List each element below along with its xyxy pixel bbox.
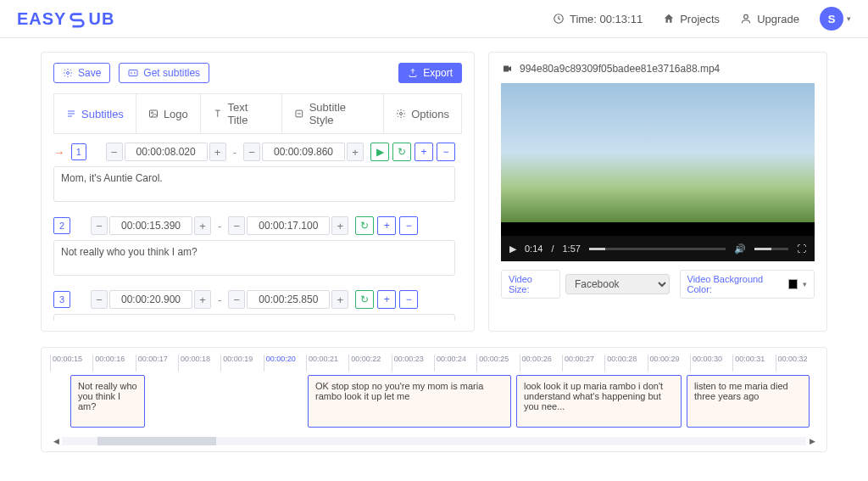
bg-color-label: Video Background Color:: [687, 274, 783, 294]
progress-bar[interactable]: [589, 248, 726, 250]
start-decrement-button[interactable]: −: [91, 216, 108, 235]
tab-subtitles-label: Subtitles: [81, 108, 124, 120]
end-time-input[interactable]: [247, 290, 330, 309]
scrollbar-thumb[interactable]: [97, 437, 216, 445]
scroll-right-icon[interactable]: ▶: [806, 435, 818, 447]
export-button[interactable]: Export: [398, 63, 462, 83]
ruler-tick: 00:00:19: [220, 355, 263, 372]
plus-row-button[interactable]: +: [415, 143, 433, 161]
end-time-input[interactable]: [247, 216, 330, 235]
loop-row-button[interactable]: ↻: [355, 290, 374, 309]
svg-point-2: [67, 72, 70, 75]
tab-logo-label: Logo: [164, 108, 188, 120]
video-size-select[interactable]: Facebook: [565, 274, 670, 294]
editor-panel: Save Get subtitles Export Subtitles Logo: [41, 52, 475, 332]
timeline-clip[interactable]: OK stop stop no you're my mom is maria r…: [308, 375, 511, 428]
end-decrement-button[interactable]: −: [243, 143, 260, 161]
get-subtitles-button[interactable]: Get subtitles: [119, 63, 209, 83]
gear-icon: [63, 68, 73, 78]
svg-rect-3: [129, 70, 137, 76]
start-increment-button[interactable]: +: [194, 216, 211, 235]
time-dash: -: [218, 220, 221, 232]
timeline-clip[interactable]: look look it up maria rambo i don't unde…: [516, 375, 682, 428]
projects-label: Projects: [680, 13, 720, 25]
time-remaining[interactable]: Time: 00:13:11: [553, 13, 643, 25]
end-increment-button[interactable]: +: [347, 143, 364, 161]
time-dash: -: [233, 146, 236, 159]
save-label: Save: [78, 67, 101, 79]
ruler-tick: 00:00:23: [392, 355, 434, 372]
chevron-down-icon: ▾: [847, 14, 851, 23]
loop-row-button[interactable]: ↻: [392, 143, 411, 161]
current-time: 0:14: [525, 243, 542, 254]
volume-icon[interactable]: 🔊: [734, 243, 746, 254]
timeline-scrollbar[interactable]: ◀ ▶: [50, 434, 818, 448]
list-icon: [66, 109, 76, 119]
svg-rect-4: [149, 110, 157, 117]
upgrade-link[interactable]: Upgrade: [740, 13, 799, 25]
filename: 994e80a9c89309f05badee81e3716a88.mp4: [520, 63, 720, 75]
tab-options[interactable]: Options: [384, 94, 461, 133]
start-increment-button[interactable]: +: [194, 290, 211, 309]
tab-subtitle-style[interactable]: Subtitle Style: [282, 94, 384, 133]
start-time-input[interactable]: [109, 216, 192, 235]
end-time-input[interactable]: [262, 143, 345, 161]
subtitle-index[interactable]: 3: [53, 291, 70, 308]
minus-row-button[interactable]: −: [399, 290, 418, 309]
ruler-tick: 00:00:32: [776, 355, 818, 372]
tab-subtitles[interactable]: Subtitles: [54, 94, 136, 133]
play-icon[interactable]: ▶: [509, 243, 516, 254]
timeline-clip[interactable]: Not really who you think I am?: [70, 375, 145, 428]
video-file-icon: [501, 64, 513, 74]
subtitle-index[interactable]: 1: [71, 143, 86, 160]
ruler-tick: 00:00:17: [136, 355, 178, 372]
end-increment-button[interactable]: +: [331, 290, 348, 309]
time-sep: /: [551, 243, 554, 254]
time-text: Time: 00:13:11: [570, 13, 643, 25]
start-decrement-button[interactable]: −: [106, 143, 123, 161]
timeline-ruler[interactable]: 00:00:1500:00:1600:00:1700:00:1800:00:19…: [50, 355, 818, 372]
user-menu[interactable]: S ▾: [820, 7, 851, 31]
start-decrement-button[interactable]: −: [91, 290, 108, 309]
video-size-label: Video Size:: [501, 270, 560, 299]
minus-row-button[interactable]: −: [399, 216, 418, 235]
subtitle-text-input[interactable]: [53, 166, 455, 202]
logo-mark-icon: [68, 9, 86, 28]
color-swatch: [788, 279, 798, 289]
start-time-input[interactable]: [125, 143, 208, 161]
fullscreen-icon[interactable]: ⛶: [797, 243, 806, 254]
projects-link[interactable]: Projects: [663, 13, 720, 25]
tab-logo[interactable]: Logo: [136, 94, 201, 133]
loop-row-button[interactable]: ↻: [355, 216, 374, 235]
save-button[interactable]: Save: [53, 63, 110, 83]
subtitle-text-input[interactable]: [53, 314, 455, 321]
plus-row-button[interactable]: +: [377, 216, 396, 235]
export-label: Export: [423, 67, 453, 79]
video-player[interactable]: ▶ 0:14 / 1:57 🔊 ⛶: [501, 83, 815, 261]
tab-text-title[interactable]: Text Title: [201, 94, 282, 133]
play-row-button[interactable]: ▶: [370, 143, 389, 161]
bg-color-control[interactable]: Video Background Color: ▾: [680, 270, 815, 299]
start-time-input[interactable]: [109, 290, 192, 309]
timeline-clip[interactable]: listen to me maria died three years ago: [687, 375, 810, 428]
ruler-tick: 00:00:25: [476, 355, 519, 372]
tab-options-label: Options: [411, 108, 449, 120]
end-decrement-button[interactable]: −: [228, 290, 245, 309]
scrollbar-track[interactable]: [62, 437, 806, 445]
timeline-track[interactable]: Not really who you think I am?OK stop st…: [50, 372, 818, 434]
timeline-panel: 00:00:1500:00:1600:00:1700:00:1800:00:19…: [41, 347, 827, 452]
file-line: 994e80a9c89309f05badee81e3716a88.mp4: [501, 63, 815, 75]
home-icon: [663, 13, 675, 25]
minus-row-button[interactable]: −: [437, 143, 455, 161]
plus-row-button[interactable]: +: [377, 290, 396, 309]
end-increment-button[interactable]: +: [331, 216, 348, 235]
subtitle-text-input[interactable]: [53, 240, 455, 276]
subtitle-index[interactable]: 2: [53, 217, 70, 234]
end-decrement-button[interactable]: −: [228, 216, 245, 235]
logo: EASY UB: [17, 9, 114, 29]
scroll-left-icon[interactable]: ◀: [50, 435, 62, 447]
volume-slider[interactable]: [754, 248, 788, 250]
svg-point-5: [151, 112, 153, 114]
subtitle-list[interactable]: →1−+-−+▶↻+−2−+-−+↻+−3−+-−+↻+−: [53, 143, 462, 321]
start-increment-button[interactable]: +: [209, 143, 226, 161]
